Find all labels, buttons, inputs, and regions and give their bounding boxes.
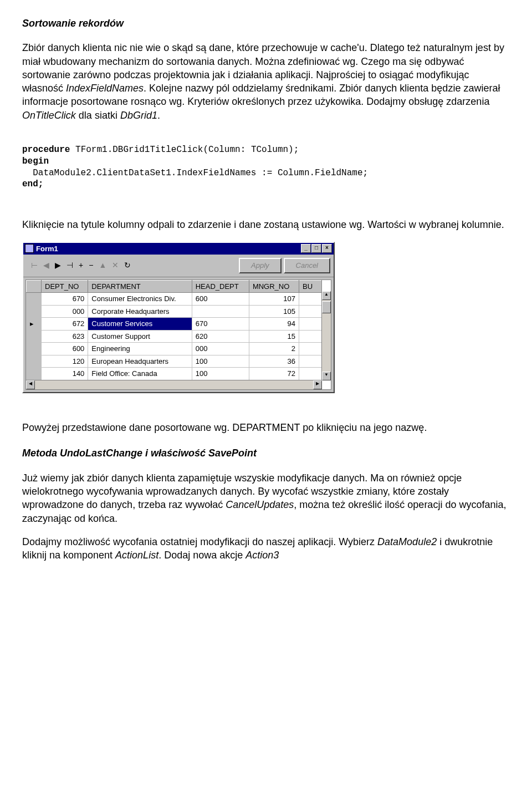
minimize-button[interactable]: _ — [301, 244, 311, 253]
cell[interactable]: Engineering — [88, 343, 192, 355]
cell[interactable]: 105 — [249, 305, 299, 318]
cell[interactable]: 620 — [192, 330, 249, 343]
cell[interactable]: 100 — [192, 368, 249, 380]
cell[interactable]: 000 — [42, 305, 88, 318]
cell[interactable]: 670 — [42, 293, 88, 306]
cell[interactable]: 623 — [42, 330, 88, 343]
row-indicator — [27, 305, 42, 318]
db-grid[interactable]: DEPT_NO DEPARTMENT HEAD_DEPT MNGR_NO BU … — [25, 279, 331, 390]
paragraph-1: Zbiór danych klienta nic nie wie o skąd … — [22, 41, 510, 122]
cell[interactable]: 15 — [249, 330, 299, 343]
cell[interactable]: 107 — [249, 293, 299, 306]
cell[interactable]: European Headquarters — [88, 355, 192, 368]
cell[interactable] — [299, 318, 322, 331]
cell[interactable]: 670 — [192, 318, 249, 331]
col-header-bu[interactable]: BU — [299, 280, 322, 293]
nav-refresh-icon[interactable]: ↻ — [124, 260, 131, 271]
identifier: Action3 — [245, 550, 279, 561]
nav-insert-icon[interactable]: + — [79, 260, 83, 271]
maximize-button[interactable]: □ — [311, 244, 321, 253]
vertical-scrollbar[interactable]: ▲ ▼ — [321, 291, 331, 380]
identifier: CancelUpdates — [226, 499, 294, 510]
code-text: DataModule2.ClientDataSet1.IndexFieldNam… — [22, 168, 368, 178]
horizontal-scrollbar[interactable]: ◀ ▶ — [26, 380, 322, 389]
form1-window: Form1 _ □ × ⊢ ◀ ▶ ⊣ + − ▲ ✕ ↻ Apply Canc… — [22, 242, 335, 393]
cell[interactable]: 000 — [192, 343, 249, 355]
cell[interactable] — [299, 368, 322, 380]
cancel-button[interactable]: Cancel — [284, 258, 330, 273]
cell[interactable] — [299, 343, 322, 355]
cell[interactable]: 120 — [42, 355, 88, 368]
cell[interactable]: 100 — [192, 355, 249, 368]
scroll-right-icon[interactable]: ▶ — [313, 380, 322, 389]
cell[interactable] — [299, 293, 322, 306]
identifier: ActionList — [115, 550, 158, 561]
cell[interactable]: Customer Support — [88, 330, 192, 343]
identifier: OnTitleClick — [22, 110, 76, 121]
text: Dodajmy możliwość wycofania ostatniej mo… — [22, 536, 377, 547]
code-keyword: procedure — [22, 145, 70, 155]
nav-delete-icon[interactable]: − — [89, 260, 93, 271]
cell[interactable]: Customer Services — [88, 318, 192, 331]
toolbar: ⊢ ◀ ▶ ⊣ + − ▲ ✕ ↻ Apply Cancel — [23, 255, 334, 277]
cell[interactable]: 94 — [249, 318, 299, 331]
window-title: Form1 — [36, 244, 58, 254]
article-heading: Sortowanie rekordów — [22, 17, 510, 30]
article-heading-2: Metoda UndoLastChange i właściwość SaveP… — [22, 446, 510, 460]
cell[interactable]: 672 — [42, 318, 88, 331]
code-text: TForm1.DBGrid1TitleClick(Column: TColumn… — [70, 145, 299, 155]
cell[interactable]: 72 — [249, 368, 299, 380]
table-row[interactable]: ▸672Customer Services67094 — [27, 318, 322, 331]
scroll-up-icon[interactable]: ▲ — [322, 291, 331, 300]
cell[interactable] — [299, 330, 322, 343]
table-row[interactable]: 140Field Office: Canada10072 — [27, 368, 322, 380]
text: dla siatki — [76, 110, 120, 121]
col-header-headdept[interactable]: HEAD_DEPT — [192, 280, 249, 293]
apply-button[interactable]: Apply — [239, 258, 282, 273]
cell[interactable]: 36 — [249, 355, 299, 368]
row-indicator — [27, 293, 42, 306]
cell[interactable]: 2 — [249, 343, 299, 355]
table-row[interactable]: 000Corporate Headquarters105 — [27, 305, 322, 318]
paragraph-5: Dodajmy możliwość wycofania ostatniej mo… — [22, 535, 510, 562]
cell[interactable] — [192, 305, 249, 318]
code-keyword: end; — [22, 179, 43, 189]
table-row[interactable]: 670Consumer Electronics Div.600107 — [27, 293, 322, 306]
code-block: procedure TForm1.DBGrid1TitleClick(Colum… — [22, 144, 510, 190]
text: . Dodaj nowa akcje — [158, 550, 245, 561]
nav-first-icon[interactable]: ⊢ — [31, 260, 38, 271]
cell[interactable]: 140 — [42, 368, 88, 380]
nav-last-icon[interactable]: ⊣ — [66, 260, 73, 271]
identifier: DbGrid1 — [120, 110, 157, 121]
cell[interactable]: 600 — [42, 343, 88, 355]
code-keyword: begin — [22, 156, 49, 166]
titlebar[interactable]: Form1 _ □ × — [23, 243, 334, 255]
paragraph-3: Powyżej przedstawione dane posortowane w… — [22, 421, 510, 434]
cell[interactable]: Consumer Electronics Div. — [88, 293, 192, 306]
cell[interactable] — [299, 305, 322, 318]
paragraph-4: Już wiemy jak zbiór danych klienta zapam… — [22, 471, 510, 525]
nav-next-icon[interactable]: ▶ — [55, 260, 61, 271]
identifier: DataModule2 — [377, 536, 437, 547]
col-header-deptno[interactable]: DEPT_NO — [42, 280, 88, 293]
col-header-department[interactable]: DEPARTMENT — [88, 280, 192, 293]
cell[interactable]: Field Office: Canada — [88, 368, 192, 380]
nav-prev-icon[interactable]: ◀ — [43, 260, 49, 271]
cell[interactable]: 600 — [192, 293, 249, 306]
close-button[interactable]: × — [322, 244, 332, 253]
scroll-left-icon[interactable]: ◀ — [26, 380, 35, 389]
table-row[interactable]: 120European Headquarters10036 — [27, 355, 322, 368]
table-row[interactable]: 623Customer Support62015 — [27, 330, 322, 343]
scroll-thumb[interactable] — [322, 301, 331, 313]
col-header-mngrno[interactable]: MNGR_NO — [249, 280, 299, 293]
paragraph-2: Kliknięcie na tytule kolumny odpali to z… — [22, 218, 510, 231]
nav-cancel-icon[interactable]: ✕ — [112, 260, 119, 271]
table-row[interactable]: 600Engineering0002 — [27, 343, 322, 355]
cell[interactable]: Corporate Headquarters — [88, 305, 192, 318]
db-navigator: ⊢ ◀ ▶ ⊣ + − ▲ ✕ ↻ — [27, 259, 135, 272]
text: . — [157, 110, 160, 121]
scroll-down-icon[interactable]: ▼ — [322, 372, 331, 380]
nav-edit-icon[interactable]: ▲ — [99, 260, 106, 271]
row-indicator — [27, 368, 42, 380]
cell[interactable] — [299, 355, 322, 368]
